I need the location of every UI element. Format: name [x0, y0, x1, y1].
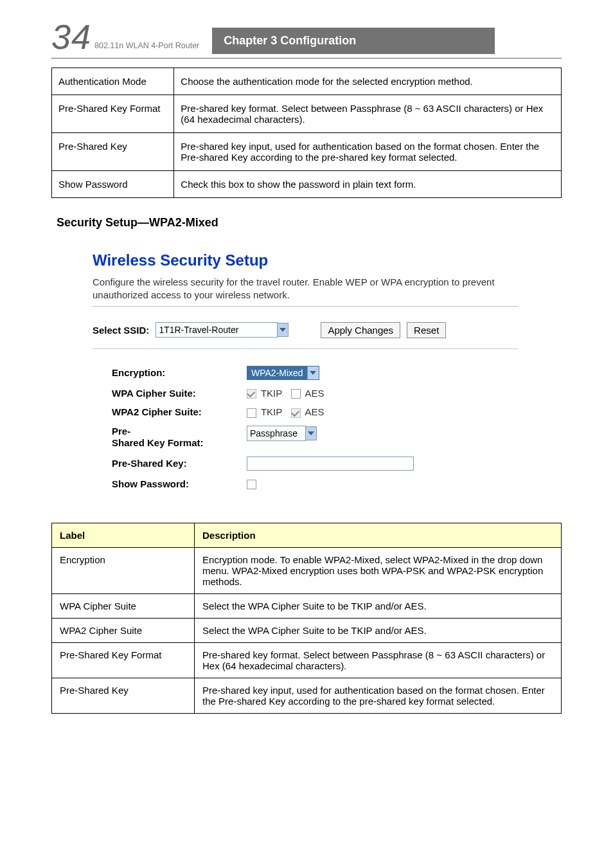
show-password-checkbox[interactable] — [247, 480, 256, 489]
page-header: 34 802.11n WLAN 4-Port Router Chapter 3 … — [51, 19, 562, 59]
cell-description: Pre-shared key input, used for authentic… — [195, 678, 562, 714]
select-ssid-label: Select SSID: — [93, 325, 149, 336]
cell-label: Authentication Mode — [52, 68, 174, 95]
cell-description: Pre-shared key format. Select between Pa… — [174, 95, 562, 133]
wpa-cipher-label: WPA Cipher Suite: — [112, 388, 240, 399]
wpa-aes-checkbox[interactable] — [291, 389, 301, 399]
cell-label: Pre-Shared Key — [52, 133, 174, 171]
wpa2-tkip-label: TKIP — [261, 406, 282, 417]
psk-input[interactable] — [247, 457, 414, 471]
table-row: Pre-Shared KeyPre-shared key input, used… — [52, 133, 562, 171]
cell-label: Pre-Shared Key — [52, 678, 195, 714]
wpa2-tkip-checkbox[interactable] — [247, 408, 256, 418]
section-heading: Security Setup—WPA2-Mixed — [57, 216, 562, 230]
screenshot-panel: Wireless Security Setup Configure the wi… — [77, 239, 533, 507]
spec-table: Label Description EncryptionEncryption m… — [51, 523, 562, 714]
cell-label: WPA Cipher Suite — [52, 594, 195, 619]
chevron-down-icon[interactable] — [277, 323, 289, 337]
ssid-row: Select SSID: Apply Changes Reset — [93, 322, 518, 338]
wpa-aes-label: AES — [305, 388, 324, 399]
chapter-title: Chapter 3 Configuration — [212, 28, 495, 54]
select-ssid-dropdown[interactable] — [155, 322, 278, 338]
encryption-value: WPA2-Mixed — [247, 366, 307, 379]
divider — [93, 348, 518, 349]
cell-label: Pre-Shared Key Format — [52, 95, 174, 133]
chevron-down-icon[interactable] — [305, 426, 317, 440]
table-row: Authentication ModeChoose the authentica… — [52, 68, 562, 95]
psk-format-dropdown[interactable] — [247, 426, 306, 441]
screenshot-title: Wireless Security Setup — [93, 251, 518, 269]
cell-description: Encryption mode. To enable WPA2-Mixed, s… — [195, 548, 562, 594]
header-description: Description — [195, 523, 562, 548]
cell-description: Choose the authentication mode for the s… — [174, 68, 562, 95]
doc-ref: 802.11n WLAN 4-Port Router — [94, 41, 199, 54]
psk-label: Pre-Shared Key: — [112, 458, 240, 469]
wpa-cipher-options: TKIP AES — [247, 388, 518, 399]
continuation-table: Authentication ModeChoose the authentica… — [51, 68, 562, 198]
page-number: 34 — [51, 19, 87, 54]
table-row: Show PasswordCheck this box to show the … — [52, 171, 562, 198]
apply-changes-button[interactable]: Apply Changes — [321, 322, 400, 338]
wpa-tkip-checkbox[interactable] — [247, 389, 256, 399]
table-row: Pre-Shared Key FormatPre-shared key form… — [52, 95, 562, 133]
divider — [93, 306, 518, 307]
cell-description: Check this box to show the password in p… — [174, 171, 562, 198]
cell-description: Pre-shared key input, used for authentic… — [174, 133, 562, 171]
wpa-tkip-label: TKIP — [261, 388, 282, 399]
cell-description: Pre-shared key format. Select between Pa… — [195, 643, 562, 678]
header-label: Label — [52, 523, 195, 548]
encryption-label: Encryption: — [112, 367, 240, 378]
encryption-dropdown[interactable]: WPA2-Mixed — [247, 366, 319, 380]
show-password-label: Show Password: — [112, 478, 240, 489]
chevron-down-icon[interactable] — [307, 366, 319, 379]
cell-description: Select the WPA Cipher Suite to be TKIP a… — [195, 594, 562, 619]
cell-description: Select the WPA Cipher Suite to be TKIP a… — [195, 619, 562, 643]
psk-format-label: Pre-Shared Key Format: — [112, 426, 240, 449]
table-row: EncryptionEncryption mode. To enable WPA… — [52, 548, 562, 594]
cell-label: Encryption — [52, 548, 195, 594]
table-row: Pre-Shared Key FormatPre-shared key form… — [52, 643, 562, 678]
wpa2-cipher-options: TKIP AES — [247, 406, 518, 418]
wpa2-cipher-label: WPA2 Cipher Suite: — [112, 406, 240, 417]
table-row: WPA Cipher SuiteSelect the WPA Cipher Su… — [52, 594, 562, 619]
reset-button[interactable]: Reset — [407, 322, 446, 338]
table-row: WPA2 Cipher SuiteSelect the WPA Cipher S… — [52, 619, 562, 643]
screenshot-description: Configure the wireless security for the … — [93, 276, 518, 302]
security-fields: Encryption: WPA2-Mixed WPA Cipher Suite:… — [112, 366, 518, 490]
cell-label: WPA2 Cipher Suite — [52, 619, 195, 643]
wpa2-aes-checkbox[interactable] — [291, 408, 301, 418]
table-row: Pre-Shared KeyPre-shared key input, used… — [52, 678, 562, 714]
cell-label: Pre-Shared Key Format — [52, 643, 195, 678]
wpa2-aes-label: AES — [305, 406, 324, 417]
cell-label: Show Password — [52, 171, 174, 198]
